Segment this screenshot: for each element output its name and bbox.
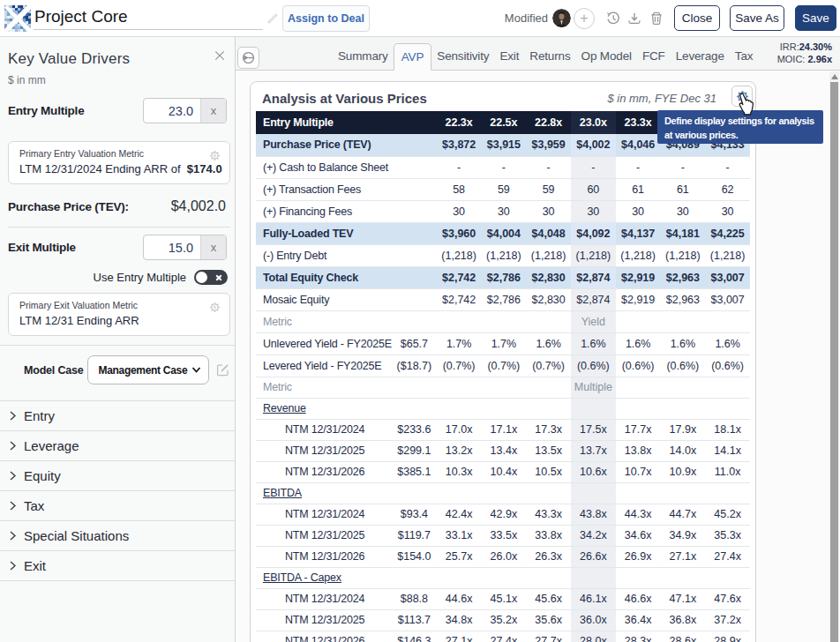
add-collaborator-button[interactable]: + [574, 8, 595, 29]
accordion-entry[interactable]: Entry [0, 401, 235, 431]
table-row: Revenue [256, 398, 750, 419]
modified-status: Modified [505, 11, 548, 25]
card-units: $ in mm, FYE Dec 31 [607, 92, 716, 105]
returns-summary: IRR:24.30% MOIC: 2.96x [777, 41, 832, 65]
key-value-drivers-panel: Key Value Drivers $ in mm Entry Multiple… [0, 37, 236, 642]
accordion-tax[interactable]: Tax [0, 491, 235, 521]
top-bar: Project Core Assign to Deal Modified + C… [0, 0, 840, 37]
purchase-price-row: Purchase Price (TEV): $4,002.0 [8, 198, 230, 214]
project-title-input[interactable]: Project Core [34, 7, 263, 30]
purchase-price-label: Purchase Price (TEV): [8, 200, 129, 213]
accordion-special-situations[interactable]: Special Situations [0, 521, 235, 551]
chevron-right-icon [8, 471, 18, 481]
table-row: Mosaic Equity$2,742$2,786$2,830$2,874$2,… [256, 288, 750, 310]
download-icon[interactable] [627, 11, 641, 26]
tab-leverage[interactable]: Leverage [671, 43, 730, 71]
table-row: Levered Yield - FY2025E($18.7)(0.7%)(0.7… [256, 355, 750, 377]
tab-summary[interactable]: Summary [333, 43, 394, 71]
app-logo [4, 5, 31, 32]
table-row: (-) Entry Debt(1,218)(1,218)(1,218)(1,21… [256, 244, 750, 266]
edit-title-pencil-icon[interactable] [266, 12, 279, 25]
tab-sensitivity[interactable]: Sensitivity [431, 43, 494, 71]
tab-bar: Summary AVP Sensitivity Exit Returns Op … [236, 37, 840, 71]
close-panel-icon[interactable] [214, 50, 225, 61]
exit-multiple-row: Exit Multiple x [8, 235, 230, 260]
accordion-label: Exit [24, 558, 46, 573]
table-row: NTM 12/31/2026$146.327.1x27.4x27.7x28.0x… [256, 631, 750, 642]
mouse-cursor [736, 93, 755, 116]
main-content: Summary AVP Sensitivity Exit Returns Op … [236, 37, 840, 642]
table-row: (+) Cash to Balance Sheet------- [256, 156, 750, 178]
accordion-label: Tax [24, 498, 44, 513]
table-row: NTM 12/31/2025$119.733.1x33.5x33.8x34.2x… [256, 525, 750, 546]
entry-metric-caption: Primary Entry Valuation Metric [19, 148, 219, 160]
chevron-right-icon [8, 411, 18, 421]
tab-exit[interactable]: Exit [494, 43, 524, 71]
history-undo-icon[interactable] [606, 11, 620, 26]
save-as-button[interactable]: Save As [730, 5, 784, 31]
model-case-row: Model Case Management Case [24, 355, 235, 384]
exit-multiple-input[interactable] [144, 235, 200, 259]
table-row: NTM 12/31/2025$113.734.8x35.2x35.6x36.0x… [256, 609, 750, 631]
chevron-right-icon [8, 441, 18, 451]
accordion-label: Leverage [24, 438, 79, 453]
entry-multiple-input[interactable] [144, 99, 200, 123]
delete-trash-icon[interactable] [649, 11, 664, 26]
accordion-equity[interactable]: Equity [0, 461, 235, 491]
avp-table: Entry Multiple22.3x22.5x22.8x23.0x23.3x2… [256, 111, 750, 642]
model-case-select[interactable]: Management Case [87, 355, 209, 384]
accordion-exit[interactable]: Exit [0, 551, 235, 581]
accordion-leverage[interactable]: Leverage [0, 431, 235, 461]
table-row: Unlevered Yield - FY2025E$65.71.7%1.7%1.… [256, 332, 750, 355]
table-row: (+) Transaction Fees58595960616162 [256, 178, 750, 200]
entry-metric-text: LTM 12/31/2024 Ending ARR of $174.0 [19, 162, 219, 176]
table-row: NTM 12/31/2024$233.617.0x17.1x17.3x17.5x… [256, 419, 750, 440]
accordion-label: Special Situations [24, 528, 129, 543]
panel-units: $ in mm [8, 74, 230, 86]
tab-tax[interactable]: Tax [730, 43, 759, 71]
panel-title: Key Value Drivers [8, 50, 230, 68]
vertical-scrollbar[interactable] [829, 71, 839, 642]
card-title: Analysis at Various Prices [262, 91, 427, 106]
exit-metric-gear-icon[interactable] [209, 302, 221, 313]
use-entry-multiple-label: Use Entry Multiple [94, 271, 186, 284]
close-button[interactable]: Close [674, 5, 720, 31]
tab-op-model[interactable]: Op Model [576, 43, 637, 71]
exit-metric-card: Primary Exit Valuation Metric LTM 12/31 … [8, 293, 230, 336]
table-row: (+) Financing Fees30303030303030 [256, 200, 750, 222]
use-entry-multiple-row: Use Entry Multiple [8, 270, 230, 285]
tab-returns[interactable]: Returns [524, 43, 575, 71]
table-row: NTM 12/31/2026$385.110.3x10.4x10.5x10.6x… [256, 461, 750, 482]
avp-card: Analysis at Various Prices $ in mm, FYE … [250, 81, 756, 642]
exit-multiple-suffix: x [200, 235, 226, 259]
entry-metric-card: Primary Entry Valuation Metric LTM 12/31… [8, 141, 230, 184]
tab-fcf[interactable]: FCF [637, 43, 671, 71]
chevron-down-icon [191, 365, 201, 375]
table-row: NTM 12/31/2026$154.025.7x26.0x26.3x26.6x… [256, 546, 750, 567]
entry-multiple-row: Entry Multiple x [8, 98, 230, 123]
table-row: Fully-Loaded TEV$3,960$4,004$4,048$4,092… [256, 222, 750, 244]
scrollbar-thumb[interactable] [830, 82, 838, 642]
table-row: NTM 12/31/2024$88.844.6x45.1x45.6x46.1x4… [256, 588, 750, 609]
save-button[interactable]: Save [795, 5, 836, 31]
toggle-x-icon [215, 274, 222, 281]
table-row: NTM 12/31/2025$299.113.2x13.4x13.5x13.7x… [256, 440, 750, 461]
scroll-up-arrow[interactable] [831, 74, 838, 79]
entry-multiple-label: Entry Multiple [8, 104, 84, 117]
entry-multiple-suffix: x [200, 99, 226, 123]
avp-tab-content: Analysis at Various Prices $ in mm, FYE … [236, 71, 840, 642]
entry-metric-gear-icon[interactable] [209, 150, 221, 161]
exit-metric-caption: Primary Exit Valuation Metric [19, 300, 219, 311]
avatar[interactable] [552, 9, 571, 27]
table-row: MetricYield [256, 310, 750, 332]
purchase-price-value: $4,002.0 [171, 198, 226, 214]
chevron-right-icon [8, 561, 18, 571]
assign-to-deal-button[interactable]: Assign to Deal [282, 5, 370, 32]
edit-model-case-icon[interactable] [216, 363, 229, 377]
tab-avp[interactable]: AVP [394, 43, 432, 71]
collapse-panel-button[interactable] [237, 47, 259, 69]
accordion-label: Entry [24, 408, 55, 423]
exit-multiple-label: Exit Multiple [8, 241, 76, 254]
model-case-label: Model Case [24, 364, 83, 377]
use-entry-multiple-toggle[interactable] [194, 270, 228, 285]
